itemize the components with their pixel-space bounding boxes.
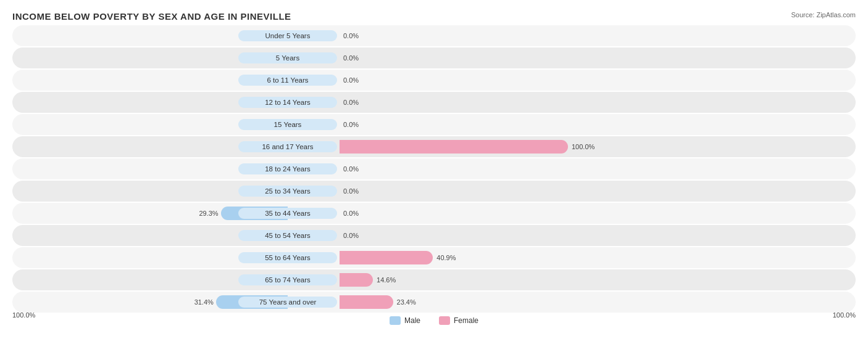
left-section: 0.0% 12 to 14 Years (12, 92, 340, 113)
bar-label: 45 to 54 Years (238, 230, 337, 241)
chart-title: INCOME BELOW POVERTY BY SEX AND AGE IN P… (12, 11, 856, 22)
male-value: 29.3% (199, 210, 218, 217)
left-section: 0.0% 45 to 54 Years (12, 225, 340, 246)
female-value: 23.4% (397, 298, 416, 306)
bar-row: 0.0% 55 to 64 Years 40.9% (12, 247, 856, 268)
left-section: 0.0% 6 to 11 Years (12, 70, 340, 91)
right-section: 0.0% (340, 225, 856, 246)
female-value-zero: 0.0% (343, 121, 359, 128)
legend: Male Female (390, 316, 478, 325)
female-bar (340, 251, 433, 264)
bar-label: Under 5 Years (238, 30, 337, 41)
bar-label: 75 Years and over (238, 297, 337, 308)
female-value-zero: 0.0% (343, 99, 359, 106)
bar-label: 12 to 14 Years (238, 97, 337, 108)
bar-row: 29.3% 35 to 44 Years 0.0% (12, 203, 856, 224)
left-section: 31.4% 75 Years and over (12, 292, 340, 313)
female-value: 40.9% (436, 254, 456, 261)
right-section: 14.6% (340, 269, 856, 290)
left-section: 0.0% 55 to 64 Years (12, 247, 340, 268)
female-value-zero: 0.0% (343, 165, 359, 173)
female-bar (340, 295, 393, 309)
bar-row: 0.0% Under 5 Years 0.0% (12, 25, 856, 46)
right-section: 0.0% (340, 181, 856, 202)
bar-row: 0.0% 18 to 24 Years 0.0% (12, 158, 856, 179)
female-value-zero: 0.0% (343, 187, 359, 195)
right-section: 100.0% (340, 136, 856, 157)
bar-label: 15 Years (238, 119, 337, 130)
legend-male-box (390, 316, 401, 325)
bar-row: 0.0% 25 to 34 Years 0.0% (12, 181, 856, 202)
right-section: 40.9% (340, 247, 856, 268)
bar-label: 18 to 24 Years (238, 163, 337, 174)
bar-row: 0.0% 12 to 14 Years 0.0% (12, 92, 856, 113)
female-bar (340, 140, 568, 154)
right-section: 0.0% (340, 158, 856, 179)
legend-male-label: Male (404, 316, 420, 325)
bar-label: 5 Years (238, 52, 337, 63)
female-value: 14.6% (377, 276, 396, 284)
female-bar (340, 273, 373, 287)
bar-row: 0.0% 6 to 11 Years 0.0% (12, 70, 856, 91)
left-section: 0.0% 15 Years (12, 114, 340, 135)
right-section: 0.0% (340, 203, 856, 224)
left-section: 0.0% 16 and 17 Years (12, 136, 340, 157)
female-value-zero: 0.0% (343, 76, 359, 84)
bar-label: 6 to 11 Years (238, 75, 337, 86)
right-section: 0.0% (340, 70, 856, 91)
bar-row: 0.0% 16 and 17 Years 100.0% (12, 136, 856, 157)
bar-row: 0.0% 5 Years 0.0% (12, 47, 856, 68)
female-value-zero: 0.0% (343, 232, 359, 239)
legend-female-label: Female (454, 316, 478, 325)
left-section: 0.0% 65 to 74 Years (12, 269, 340, 290)
right-section: 23.4% (340, 292, 856, 313)
left-section: 0.0% 25 to 34 Years (12, 181, 340, 202)
chart-container: INCOME BELOW POVERTY BY SEX AND AGE IN P… (0, 0, 868, 344)
right-section: 0.0% (340, 47, 856, 68)
left-section: 0.0% Under 5 Years (12, 25, 340, 46)
right-section: 0.0% (340, 114, 856, 135)
female-value-zero: 0.0% (343, 54, 359, 62)
bar-row: 31.4% 75 Years and over 23.4% (12, 292, 856, 313)
female-value: 100.0% (572, 143, 595, 150)
source-label: Source: ZipAtlas.com (791, 11, 856, 18)
bar-row: 0.0% 15 Years 0.0% (12, 114, 856, 135)
left-section: 0.0% 18 to 24 Years (12, 158, 340, 179)
bar-label: 35 to 44 Years (238, 208, 337, 219)
chart-area: 0.0% Under 5 Years 0.0% 0.0% 5 Years 0.0… (12, 25, 856, 309)
bottom-labels: 100.0% Male Female 100.0% (12, 311, 856, 325)
female-value-zero: 0.0% (343, 32, 359, 39)
bar-row: 0.0% 45 to 54 Years 0.0% (12, 225, 856, 246)
bottom-right-label: 100.0% (833, 311, 856, 325)
male-value: 31.4% (194, 298, 214, 306)
right-section: 0.0% (340, 25, 856, 46)
legend-female: Female (439, 316, 478, 325)
bar-label: 16 and 17 Years (238, 141, 337, 152)
legend-male: Male (390, 316, 420, 325)
left-section: 29.3% 35 to 44 Years (12, 203, 340, 224)
female-value-zero: 0.0% (343, 210, 359, 217)
left-section: 0.0% 5 Years (12, 47, 340, 68)
bar-label: 25 to 34 Years (238, 186, 337, 197)
bar-label: 65 to 74 Years (238, 274, 337, 285)
bar-label: 55 to 64 Years (238, 252, 337, 263)
right-section: 0.0% (340, 92, 856, 113)
bottom-left-label: 100.0% (12, 311, 35, 325)
legend-female-box (439, 316, 450, 325)
bar-row: 0.0% 65 to 74 Years 14.6% (12, 269, 856, 290)
